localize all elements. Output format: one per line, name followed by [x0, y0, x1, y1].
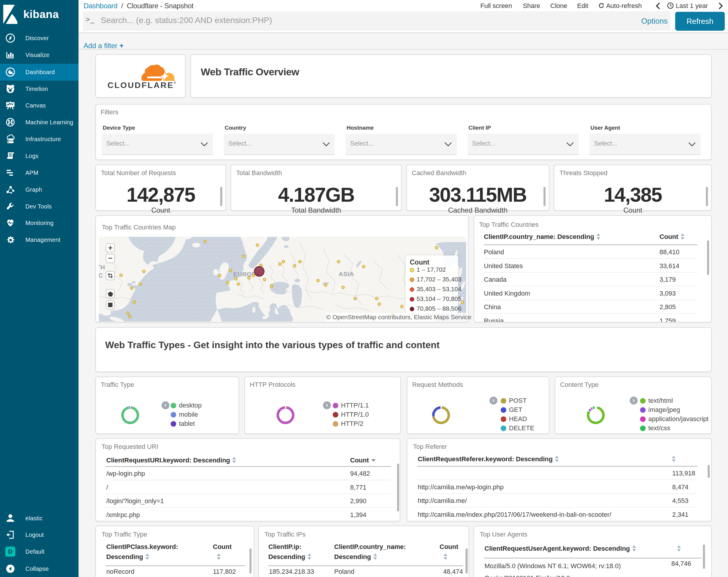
svg-text:®: ® — [174, 81, 176, 84]
svg-text:CLOUDFLARE: CLOUDFLARE — [107, 81, 174, 90]
svg-text:IC: IC — [99, 272, 103, 279]
svg-text:TH: TH — [99, 264, 105, 271]
svg-text:ASIA: ASIA — [339, 271, 354, 277]
svg-text:D: D — [8, 548, 12, 555]
